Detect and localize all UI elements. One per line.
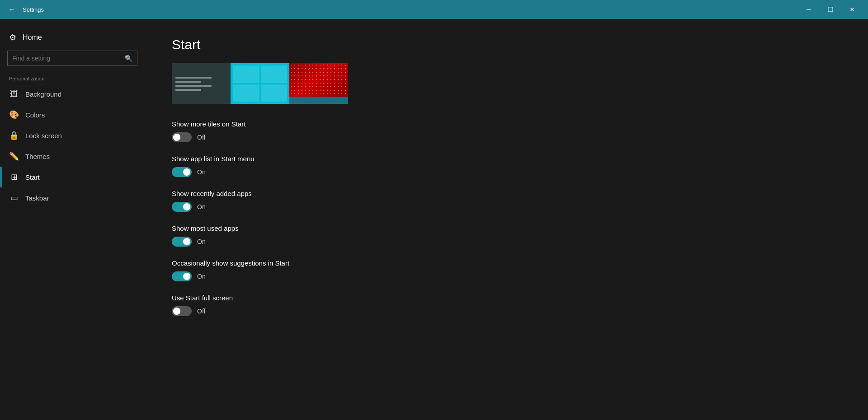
preview-bottom-strip: [289, 97, 348, 104]
preview-tile-2: [261, 65, 288, 83]
main-content: Start Show more tiles on Start: [145, 19, 868, 420]
themes-icon: ✏️: [9, 151, 19, 161]
toggle-row-use-full-screen: Off: [172, 306, 841, 316]
themes-label: Themes: [25, 153, 50, 160]
toggle-row-show-app-list: On: [172, 167, 841, 177]
sidebar: ⚙ Home 🔍 Personalization 🖼 Background 🎨 …: [0, 19, 145, 420]
toggle-status-show-suggestions: On: [197, 273, 206, 280]
setting-show-suggestions: Occasionally show suggestions in Start O…: [172, 259, 841, 281]
title-bar: ← Settings ─ ❐ ✕: [0, 0, 868, 19]
home-nav-item[interactable]: ⚙ Home: [0, 28, 145, 47]
sidebar-item-lock-screen[interactable]: 🔒 Lock screen: [0, 125, 145, 146]
setting-label-show-more-tiles: Show more tiles on Start: [172, 120, 841, 128]
setting-label-show-most-used: Show most used apps: [172, 224, 841, 232]
search-input[interactable]: [8, 51, 120, 65]
preview-left: [172, 63, 231, 104]
background-label: Background: [25, 90, 61, 98]
window-controls: ─ ❐ ✕: [798, 0, 863, 19]
setting-label-show-suggestions: Occasionally show suggestions in Start: [172, 259, 841, 267]
setting-label-use-full-screen: Use Start full screen: [172, 294, 841, 302]
toggle-row-show-more-tiles: Off: [172, 132, 841, 142]
colors-icon: 🎨: [9, 110, 19, 120]
setting-show-more-tiles: Show more tiles on Start Off: [172, 120, 841, 142]
preview-line-3: [175, 85, 212, 87]
start-label: Start: [25, 173, 40, 181]
toggle-status-show-app-list: On: [197, 168, 206, 176]
app-container: ⚙ Home 🔍 Personalization 🖼 Background 🎨 …: [0, 19, 868, 420]
toggle-row-show-recently-added: On: [172, 202, 841, 212]
app-title: Settings: [23, 6, 44, 13]
restore-button[interactable]: ❐: [820, 0, 841, 19]
toggle-use-full-screen[interactable]: [172, 306, 192, 316]
preview-tiles: [231, 63, 289, 104]
preview-tile-4: [261, 84, 288, 102]
setting-show-most-used: Show most used apps On: [172, 224, 841, 247]
toggle-thumb-show-recently-added: [183, 203, 190, 210]
toggle-thumb-show-suggestions: [183, 273, 190, 280]
toggle-show-suggestions[interactable]: [172, 271, 192, 281]
preview-line-2: [175, 81, 201, 83]
sidebar-item-background[interactable]: 🖼 Background: [0, 84, 145, 104]
setting-show-app-list: Show app list in Start menu On: [172, 155, 841, 177]
section-label: Personalization: [0, 73, 145, 84]
toggle-status-show-recently-added: On: [197, 203, 206, 210]
minimize-button[interactable]: ─: [798, 0, 819, 19]
search-box[interactable]: 🔍: [7, 51, 137, 66]
page-title: Start: [172, 37, 841, 52]
toggle-show-app-list[interactable]: [172, 167, 192, 177]
search-icon: 🔍: [120, 51, 137, 65]
preview-right: [289, 63, 348, 104]
taskbar-icon: ▭: [9, 193, 19, 203]
taskbar-label: Taskbar: [25, 194, 49, 202]
lock-screen-label: Lock screen: [25, 132, 62, 140]
toggle-status-show-more-tiles: Off: [197, 134, 205, 141]
home-icon: ⚙: [9, 33, 16, 42]
start-preview: [172, 63, 348, 104]
close-button[interactable]: ✕: [842, 0, 863, 19]
toggle-status-show-most-used: On: [197, 238, 206, 245]
toggle-thumb-use-full-screen: [173, 308, 180, 315]
preview-tile-1: [233, 65, 259, 83]
toggle-row-show-suggestions: On: [172, 271, 841, 281]
toggle-show-most-used[interactable]: [172, 237, 192, 247]
setting-use-full-screen: Use Start full screen Off: [172, 294, 841, 316]
lock-screen-icon: 🔒: [9, 131, 19, 140]
toggle-thumb-show-more-tiles: [173, 134, 180, 141]
start-icon: ⊞: [9, 172, 19, 182]
sidebar-item-colors[interactable]: 🎨 Colors: [0, 104, 145, 125]
setting-label-show-recently-added: Show recently added apps: [172, 190, 841, 197]
back-button[interactable]: ←: [5, 3, 18, 16]
sidebar-item-themes[interactable]: ✏️ Themes: [0, 146, 145, 167]
sidebar-item-start[interactable]: ⊞ Start: [0, 167, 145, 187]
preview-line-4: [175, 89, 201, 91]
toggle-show-more-tiles[interactable]: [172, 132, 192, 142]
toggle-status-use-full-screen: Off: [197, 308, 205, 315]
home-label: Home: [23, 33, 42, 42]
preview-line-1: [175, 77, 212, 79]
setting-show-recently-added: Show recently added apps On: [172, 190, 841, 212]
setting-label-show-app-list: Show app list in Start menu: [172, 155, 841, 163]
title-bar-left: ← Settings: [5, 3, 44, 16]
toggle-row-show-most-used: On: [172, 237, 841, 247]
background-icon: 🖼: [9, 89, 19, 99]
colors-label: Colors: [25, 111, 45, 119]
toggle-thumb-show-app-list: [183, 168, 190, 176]
toggle-show-recently-added[interactable]: [172, 202, 192, 212]
sidebar-item-taskbar[interactable]: ▭ Taskbar: [0, 187, 145, 208]
preview-tile-3: [233, 84, 259, 102]
toggle-thumb-show-most-used: [183, 238, 190, 245]
